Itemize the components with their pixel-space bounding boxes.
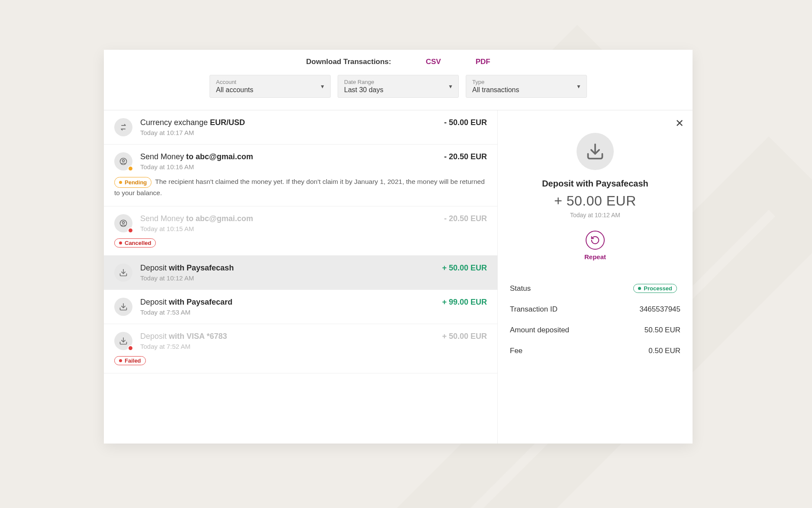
transaction-row[interactable]: Deposit with PaysafecardToday at 7:53 AM…	[104, 290, 497, 324]
detail-fee-value: 0.50 EUR	[648, 347, 680, 355]
status-dot-icon	[128, 345, 133, 351]
status-badge: Failed	[114, 356, 146, 365]
transaction-amount: + 50.00 EUR	[442, 264, 487, 273]
transaction-time: Today at 10:16 AM	[140, 163, 436, 170]
filters-row: Account All accounts ▼ Date Range Last 3…	[104, 71, 693, 110]
send-icon	[114, 152, 132, 170]
filter-date-label: Date Range	[344, 79, 452, 85]
app-card: Download Transactions: CSV PDF Account A…	[104, 50, 693, 444]
status-dot-icon	[128, 166, 133, 171]
transaction-list[interactable]: Currency exchange EUR/USDToday at 10:17 …	[104, 110, 498, 444]
transaction-note: PendingThe recipient hasn't claimed the …	[114, 177, 487, 198]
filter-type-value: All transactions	[472, 86, 580, 94]
transaction-title: Send Money to abc@gmai.com	[140, 152, 436, 161]
detail-amount: + 50.00 EUR	[554, 193, 636, 209]
transaction-amount: - 20.50 EUR	[444, 214, 487, 223]
deposit-icon	[577, 133, 614, 170]
download-bar: Download Transactions: CSV PDF	[104, 50, 693, 71]
transaction-status-row: Cancelled	[114, 238, 487, 248]
transaction-time: Today at 10:15 AM	[140, 225, 436, 232]
transaction-amount: + 50.00 EUR	[442, 332, 487, 341]
svg-point-3	[122, 221, 125, 223]
transaction-title: Deposit with Paysafecash	[140, 264, 434, 273]
chevron-down-icon: ▼	[448, 84, 453, 90]
filter-date-range[interactable]: Date Range Last 30 days ▼	[338, 75, 459, 98]
deposit-icon	[114, 298, 132, 316]
transaction-row[interactable]: Deposit with PaysafecashToday at 10:12 A…	[104, 256, 497, 290]
repeat-icon	[586, 231, 605, 250]
send-icon	[114, 214, 132, 232]
transaction-amount: - 50.00 EUR	[444, 118, 487, 127]
detail-rows: Status Processed Transaction ID 34655379…	[510, 278, 680, 361]
filter-type[interactable]: Type All transactions ▼	[466, 75, 587, 98]
detail-fee-label: Fee	[510, 347, 522, 355]
filter-account-label: Account	[216, 79, 324, 85]
svg-point-1	[122, 160, 125, 162]
transaction-amount: + 99.00 EUR	[442, 298, 487, 307]
detail-time: Today at 10:12 AM	[570, 212, 620, 219]
transaction-status-row: Failed	[114, 356, 487, 365]
detail-deposited-value: 50.50 EUR	[644, 326, 680, 334]
filter-account[interactable]: Account All accounts ▼	[209, 75, 331, 98]
detail-title: Deposit with Paysafecash	[542, 179, 648, 189]
transaction-row[interactable]: Currency exchange EUR/USDToday at 10:17 …	[104, 110, 497, 145]
main-split: Currency exchange EUR/USDToday at 10:17 …	[104, 110, 693, 444]
transaction-title: Deposit with Paysafecard	[140, 298, 434, 307]
status-badge: Cancelled	[114, 238, 156, 248]
transaction-time: Today at 7:53 AM	[140, 309, 434, 316]
filter-date-value: Last 30 days	[344, 86, 452, 94]
status-badge: Pending	[114, 177, 151, 188]
transaction-time: Today at 10:12 AM	[140, 274, 434, 282]
detail-status-label: Status	[510, 284, 531, 293]
download-label: Download Transactions:	[306, 58, 391, 66]
detail-row-deposited: Amount deposited 50.50 EUR	[510, 320, 680, 341]
deposit-icon	[114, 264, 132, 282]
transaction-amount: - 20.50 EUR	[444, 152, 487, 161]
status-dot-icon	[128, 228, 133, 233]
transaction-title: Deposit with VISA *6783	[140, 332, 434, 341]
detail-id-label: Transaction ID	[510, 305, 557, 314]
filter-type-label: Type	[472, 79, 580, 85]
detail-row-status: Status Processed	[510, 278, 680, 299]
detail-row-fee: Fee 0.50 EUR	[510, 341, 680, 361]
repeat-label: Repeat	[584, 253, 606, 260]
transaction-row[interactable]: Send Money to abc@gmai.comToday at 10:16…	[104, 145, 497, 206]
transaction-row[interactable]: Deposit with VISA *6783Today at 7:52 AM+…	[104, 324, 497, 373]
detail-deposited-label: Amount deposited	[510, 326, 569, 334]
detail-id-value: 3465537945	[639, 305, 680, 314]
filter-account-value: All accounts	[216, 86, 324, 94]
deposit-icon	[114, 332, 132, 350]
detail-hero: Deposit with Paysafecash + 50.00 EUR Tod…	[510, 120, 680, 260]
transaction-title: Currency exchange EUR/USD	[140, 118, 436, 127]
repeat-button[interactable]: Repeat	[584, 231, 606, 260]
download-pdf-link[interactable]: PDF	[476, 58, 490, 66]
close-icon[interactable]: ✕	[675, 117, 684, 129]
chevron-down-icon: ▼	[576, 84, 581, 90]
transaction-detail-panel: ✕ Deposit with Paysafecash + 50.00 EUR T…	[498, 110, 693, 444]
detail-row-id: Transaction ID 3465537945	[510, 299, 680, 320]
transaction-time: Today at 10:17 AM	[140, 129, 436, 136]
chevron-down-icon: ▼	[320, 84, 325, 90]
status-badge: Processed	[633, 284, 677, 293]
transaction-row[interactable]: Send Money to abc@gmai.comToday at 10:15…	[104, 206, 497, 256]
transaction-title: Send Money to abc@gmai.com	[140, 214, 436, 223]
download-csv-link[interactable]: CSV	[426, 58, 441, 66]
exchange-icon	[114, 118, 132, 136]
transaction-time: Today at 7:52 AM	[140, 343, 434, 350]
